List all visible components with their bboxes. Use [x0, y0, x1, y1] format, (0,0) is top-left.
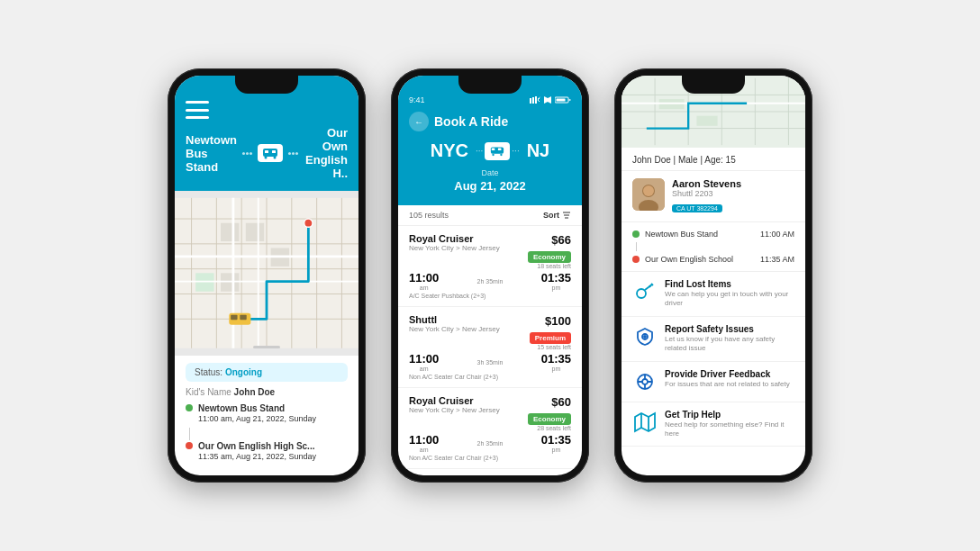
p3-stops: Newtown Bus Stand 11:00 AM Our Own Engli… [622, 222, 805, 272]
notch-1 [235, 76, 298, 94]
p1-bus-icon [258, 144, 283, 162]
p2-header: 9:41 ← Book A Ride NYC ··· [398, 76, 582, 205]
p3-avatar [632, 178, 665, 211]
phone-1-screen: Newtown Bus Stand [175, 76, 358, 475]
p3-feature-row-2[interactable]: Provide Driver Feedback For issues that … [622, 362, 805, 402]
svg-rect-37 [569, 99, 571, 101]
phone-2: 9:41 ← Book A Ride NYC ··· [391, 68, 589, 483]
p2-status-bar: 9:41 [409, 95, 571, 104]
phone-1: Newtown Bus Stand [168, 68, 366, 483]
svg-rect-19 [246, 223, 264, 241]
svg-line-63 [645, 285, 652, 290]
p3-stop-row-1: Newtown Bus Stand 11:00 AM [632, 228, 794, 240]
svg-point-42 [501, 153, 503, 155]
svg-rect-56 [696, 116, 717, 126]
p2-ride-card-1[interactable]: Shuttl New York City > New Jersey $100 P… [398, 307, 582, 388]
p2-to-city: NJ [527, 140, 550, 161]
svg-point-67 [644, 336, 646, 338]
svg-rect-36 [557, 99, 566, 102]
p1-stop-1: Newtown Bus Stand 11:00 am, Aug 21, 2022… [186, 402, 348, 425]
p3-plate-badge: CA UT 382294 [672, 204, 722, 212]
svg-rect-31 [240, 315, 246, 321]
phone-2-screen: 9:41 ← Book A Ride NYC ··· [398, 76, 582, 475]
p3-stop-dot-2 [632, 256, 640, 263]
p2-ride-card-3[interactable]: Royal Cruiser New York City > New Jersey… [398, 469, 582, 475]
phone-3: John Doe | Male | Age: 15 Aaron Stevens … [614, 68, 812, 483]
p3-driver-info: Aaron Stevens Shuttl 2203 CA UT 382294 [672, 178, 794, 214]
p3-feature-row-3[interactable]: Get Trip Help Need help for something el… [622, 402, 805, 447]
p2-date: Aug 21, 2022 [409, 179, 571, 193]
p2-title: Book A Ride [434, 114, 508, 129]
menu-icon[interactable] [186, 101, 209, 119]
p2-results-bar: 105 results Sort [398, 205, 582, 226]
phones-container: Newtown Bus Stand [168, 68, 812, 483]
svg-rect-55 [659, 99, 685, 109]
p3-feature-icon-map [632, 410, 658, 435]
svg-rect-22 [195, 273, 213, 291]
p2-results-count: 105 results [409, 211, 449, 220]
p1-to: Our Own English H.. [304, 126, 348, 180]
p1-kid-name: Kid's Name John Doe [186, 387, 348, 397]
stop-dot-red [186, 442, 193, 449]
stop-dot-green [186, 404, 193, 411]
svg-point-3 [265, 157, 268, 159]
p1-map [175, 191, 358, 356]
svg-rect-2 [272, 150, 276, 153]
svg-point-41 [493, 153, 495, 155]
p3-feature-row-1[interactable]: Report Safety Issues Let us know if you … [622, 317, 805, 362]
p1-route: Newtown Bus Stand [186, 126, 348, 180]
svg-rect-33 [532, 97, 534, 104]
p3-driver-name: Aaron Stevens [672, 178, 794, 189]
svg-point-62 [637, 289, 646, 298]
svg-point-27 [304, 219, 313, 227]
svg-rect-32 [530, 98, 531, 104]
p1-bottom: Status: Ongoing Kid's Name John Doe Newt… [175, 356, 358, 475]
p1-from: Newtown Bus Stand [186, 133, 237, 174]
p2-time: 9:41 [409, 95, 425, 104]
notch-2 [458, 76, 522, 94]
p3-feature-icon-keys [632, 279, 658, 304]
p3-stop-row-2: Our Own English School 11:35 AM [632, 253, 794, 266]
p2-ride-list: Royal Cruiser New York City > New Jersey… [398, 226, 582, 475]
notch-3 [682, 76, 745, 94]
p3-features: Find Lost Items We can help you get in t… [622, 272, 805, 475]
p2-from-city: NYC [431, 140, 468, 161]
p2-sort-button[interactable]: Sort [543, 211, 571, 220]
p3-driver-card: Aaron Stevens Shuttl 2203 CA UT 382294 [622, 171, 805, 222]
p2-route: NYC ··· ··· [409, 140, 571, 161]
svg-rect-34 [535, 96, 537, 104]
svg-rect-39 [492, 148, 495, 150]
p3-feature-icon-shield [632, 324, 658, 349]
svg-point-69 [642, 379, 648, 384]
p1-status-box: Status: Ongoing [186, 363, 348, 382]
svg-point-61 [643, 185, 654, 196]
p2-back-button[interactable]: ← [409, 112, 429, 131]
p2-bus-icon [485, 142, 510, 160]
p2-ride-card-0[interactable]: Royal Cruiser New York City > New Jersey… [398, 226, 582, 307]
svg-line-64 [649, 285, 650, 287]
svg-rect-1 [265, 150, 268, 153]
svg-rect-30 [231, 315, 237, 321]
p1-route-dots2 [288, 152, 298, 155]
svg-rect-21 [221, 273, 239, 291]
p3-user-info: John Doe | Male | Age: 15 [622, 148, 805, 171]
p3-feature-icon-wheel [632, 369, 658, 394]
svg-rect-18 [221, 223, 239, 241]
svg-point-4 [274, 157, 277, 159]
p3-driver-vehicle: Shuttl 2203 [672, 189, 794, 198]
p3-stop-connector [636, 242, 637, 251]
p3-feature-row-0[interactable]: Find Lost Items We can help you get in t… [622, 272, 805, 317]
p2-date-label: Date [409, 168, 571, 177]
p1-route-dots [242, 152, 252, 155]
svg-marker-74 [635, 413, 655, 431]
stop-connector [189, 428, 190, 440]
svg-rect-40 [498, 148, 502, 150]
phone-3-screen: John Doe | Male | Age: 15 Aaron Stevens … [622, 76, 805, 475]
p3-stop-dot-1 [632, 230, 640, 238]
p1-stop-2: Our Own English High Sc... 11:35 am, Aug… [186, 440, 348, 463]
p2-back-row: ← Book A Ride [409, 112, 571, 131]
p2-ride-card-2[interactable]: Royal Cruiser New York City > New Jersey… [398, 388, 582, 469]
